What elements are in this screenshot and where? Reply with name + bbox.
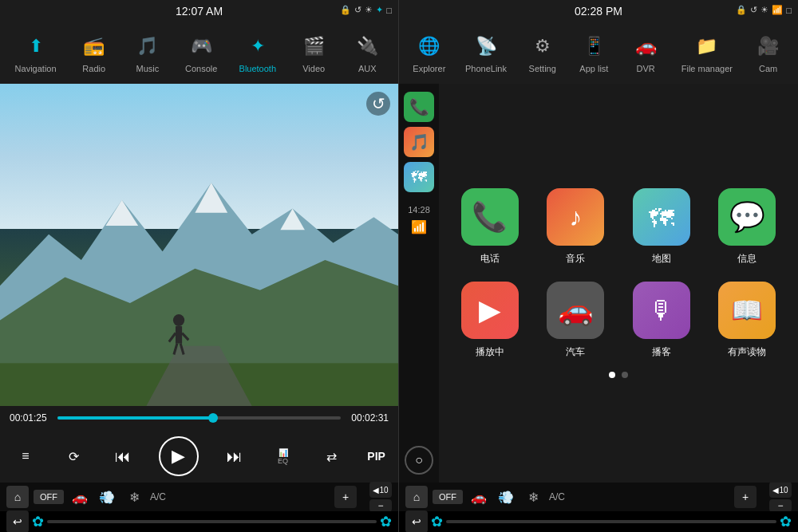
app-cell-messages[interactable]: 💬 信息 [713, 188, 783, 266]
svg-rect-8 [176, 326, 182, 344]
left-status-icons: 🔒 ↺ ☀ ✦ □ [340, 5, 392, 15]
right-temp-slider[interactable] [446, 520, 776, 523]
dock-home-button[interactable]: ○ [405, 446, 433, 475]
sidebar-item-filemanager[interactable]: 📁 File manager [678, 29, 736, 75]
book-icon: 📖 [731, 295, 763, 325]
sidebar-item-navigation[interactable]: ⬆ Navigation [12, 29, 60, 75]
phone-app-icon: 📞 [461, 188, 519, 246]
app-cell-music[interactable]: ♪ 音乐 [541, 188, 611, 266]
left-acmode-icon[interactable]: 💨 [96, 486, 118, 508]
right-acmode-icon[interactable]: 💨 [495, 486, 517, 508]
sidebar-item-dvr[interactable]: 🚗 DVR [626, 29, 665, 75]
app-cell-carplay[interactable]: 🚗 汽车 [541, 282, 611, 359]
left-time: 12:07 AM [0, 0, 398, 19]
shuffle-button[interactable]: ⇄ [318, 443, 344, 469]
sidebar-item-console[interactable]: 🎮 Console [182, 29, 220, 75]
applist-label: App list [579, 64, 608, 73]
sidebar-item-music[interactable]: 🎵 Music [128, 29, 167, 75]
right-ac-button[interactable]: A/C [549, 491, 565, 502]
left-defrost-icon[interactable]: ❄ [123, 486, 145, 508]
sidebar-item-cam[interactable]: 🎥 Cam [749, 29, 788, 75]
current-time: 00:01:25 [10, 412, 49, 424]
sidebar-item-video[interactable]: 🎬 Video [294, 29, 333, 75]
podcast-app-icon: 🎙 [633, 282, 690, 339]
dock-phone-app[interactable]: 📞 [404, 92, 434, 122]
next-button[interactable]: ⏭ [222, 443, 247, 469]
dock-music-icon: 🎵 [409, 132, 429, 152]
podcast-icon: 🎙 [649, 296, 674, 325]
right-vol-label: ◀10 [769, 482, 792, 498]
aux-label: AUX [358, 64, 377, 73]
page-dot-1[interactable] [609, 372, 615, 378]
video-app-icon: ▶ [461, 282, 519, 339]
right-back-button[interactable]: ↩ [405, 510, 428, 532]
left-ac-button[interactable]: A/C [150, 491, 166, 502]
prev-button[interactable]: ⏮ [110, 443, 136, 469]
right-brightness-icon: ☀ [760, 5, 768, 15]
back-button[interactable]: ↺ [366, 92, 390, 116]
app-grid-container: 📞 电话 ♪ 音乐 🗺 [439, 84, 798, 483]
progress-fill [57, 416, 213, 420]
right-minus-button[interactable]: − [769, 499, 792, 512]
dvr-icon: 🚗 [630, 30, 662, 62]
app-cell-audiobook[interactable]: 📖 有声读物 [713, 282, 783, 359]
right-defrost-icon[interactable]: ❄ [522, 486, 544, 508]
sidebar-item-phonelink[interactable]: 📡 PhoneLink [462, 29, 510, 75]
app-cell-podcast[interactable]: 🎙 播客 [626, 282, 697, 359]
progress-area: 00:01:25 00:02:31 [0, 406, 398, 430]
left-temp-slider[interactable] [47, 520, 377, 523]
left-off-button[interactable]: OFF [34, 490, 64, 504]
brightness-icon: ☀ [365, 5, 373, 15]
dock-maps-app[interactable]: 🗺 [404, 162, 434, 192]
right-fan-icon-right: ✿ [780, 513, 792, 530]
sidebar-item-explorer[interactable]: 🌐 Explorer [409, 29, 448, 75]
playlist-button[interactable]: ≡ [13, 443, 38, 469]
sidebar-item-radio[interactable]: 📻 Radio [75, 29, 113, 75]
dock-maps-icon: 🗺 [411, 168, 427, 187]
music-app-icon: ♪ [547, 188, 604, 246]
right-lock-icon: 🔒 [736, 5, 747, 15]
page-dot-2[interactable] [622, 372, 628, 378]
left-fan-icon: ✿ [32, 513, 44, 530]
carplay-app-icon: 🚗 [547, 282, 604, 339]
right-car-icon[interactable]: 🚗 [468, 486, 490, 508]
app-cell-phone[interactable]: 📞 电话 [455, 188, 525, 266]
navigation-icon: ⬆ [20, 30, 52, 62]
app-cell-video[interactable]: ▶ 播放中 [455, 282, 525, 359]
left-car-icon[interactable]: 🚗 [69, 486, 91, 508]
eq-button[interactable]: 📊 EQ [271, 443, 296, 469]
right-bottom-bottom: ↩ ✿ ✿ [399, 511, 798, 532]
applist-icon: 📱 [578, 30, 610, 62]
play-button[interactable]: ▶ [159, 436, 199, 476]
explorer-icon: 🌐 [413, 30, 445, 62]
setting-icon: ⚙ [527, 30, 559, 62]
dock-phone-icon: 📞 [409, 97, 429, 116]
sidebar-item-applist[interactable]: 📱 App list [575, 29, 613, 75]
sidebar-item-setting[interactable]: ⚙ Setting [523, 29, 562, 75]
progress-knob[interactable] [208, 413, 218, 423]
left-panel: 12:07 AM 🔒 ↺ ☀ ✦ □ ⬆ Navigation 📻 Radio … [0, 0, 399, 532]
page-dots [609, 372, 628, 378]
left-plus-button[interactable]: + [334, 486, 357, 508]
right-status-icons: 🔒 ↺ ☀ 📶 □ [736, 5, 792, 15]
dock-music-app[interactable]: 🎵 [404, 127, 434, 157]
sidebar-item-bluetooth[interactable]: ✦ Bluetooth [236, 29, 279, 75]
player-controls: ≡ ⟳ ⏮ ▶ ⏭ 📊 EQ ⇄ PIP [0, 430, 398, 483]
dock-wifi-icon: 📶 [411, 219, 427, 234]
sidebar-item-aux[interactable]: 🔌 AUX [348, 29, 386, 75]
app-grid: 📞 电话 ♪ 音乐 🗺 [455, 188, 782, 359]
left-home-button[interactable]: ⌂ [6, 486, 29, 508]
right-home-button[interactable]: ⌂ [405, 486, 428, 508]
left-bottom-bottom: ↩ ✿ ✿ [0, 511, 398, 532]
video-scene [0, 84, 398, 406]
right-off-button[interactable]: OFF [433, 490, 463, 504]
pip-button[interactable]: PIP [367, 450, 385, 463]
left-back-button[interactable]: ↩ [6, 510, 29, 532]
audiobook-app-icon: 📖 [718, 282, 776, 339]
app-cell-maps[interactable]: 🗺 🗺 地图 [626, 188, 697, 266]
right-plus-button[interactable]: + [734, 486, 757, 508]
progress-bar[interactable] [57, 416, 341, 420]
left-minus-button[interactable]: − [369, 499, 392, 512]
repeat-button[interactable]: ⟳ [61, 443, 87, 469]
left-vol-label: ◀10 [369, 482, 392, 498]
